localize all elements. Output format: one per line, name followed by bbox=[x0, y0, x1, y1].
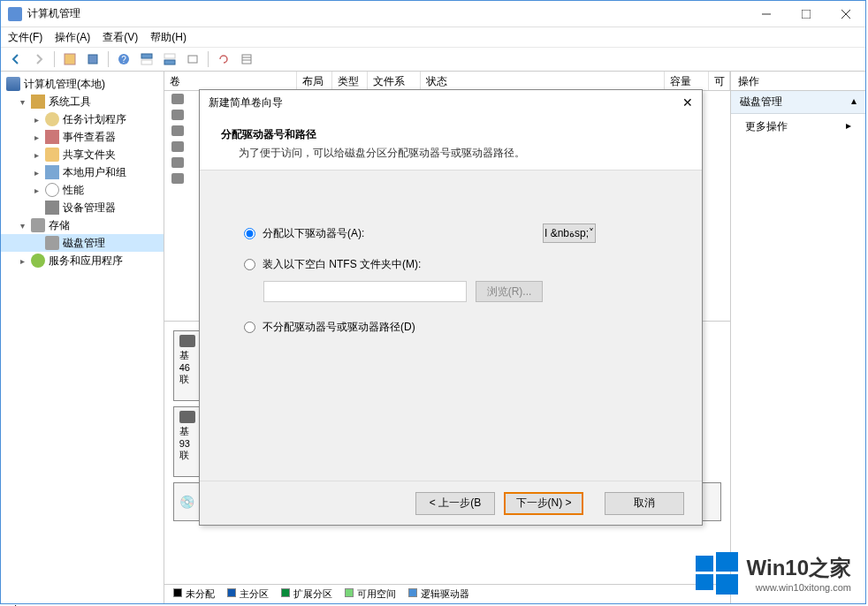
col-volume[interactable]: 卷 bbox=[164, 72, 297, 90]
device-icon bbox=[45, 201, 59, 215]
actions-header: 操作 bbox=[731, 72, 865, 91]
option-mount-row: 装入以下空白 NTFS 文件夹中(M): bbox=[244, 257, 658, 272]
dialog-subheading: 为了便于访问，可以给磁盘分区分配驱动器号或驱动器路径。 bbox=[221, 146, 681, 161]
radio-assign-letter[interactable] bbox=[244, 228, 255, 239]
volume-icon bbox=[171, 157, 184, 168]
properties-button[interactable] bbox=[83, 49, 103, 69]
col-type[interactable]: 类型 bbox=[332, 72, 368, 90]
dialog-close-button[interactable]: ✕ bbox=[682, 95, 693, 110]
mount-path-input bbox=[263, 281, 467, 302]
mount-path-row: 浏览(R)... bbox=[244, 281, 658, 302]
svg-rect-4 bbox=[65, 54, 75, 64]
actions-panel: 操作 磁盘管理▴ 更多操作▸ bbox=[731, 72, 865, 603]
tree-system-tools[interactable]: ▾系统工具 bbox=[1, 93, 164, 110]
tree-event-viewer[interactable]: ▸事件查看器 bbox=[1, 128, 164, 146]
toolbar-separator bbox=[208, 51, 209, 67]
tree-storage[interactable]: ▾存储 bbox=[1, 216, 164, 234]
drive-letter-select[interactable]: I &nbةsp;˅ bbox=[543, 223, 596, 243]
tree-services[interactable]: ▸服务和应用程序 bbox=[1, 252, 164, 269]
col-status[interactable]: 状态 bbox=[421, 72, 665, 90]
toolbar-separator bbox=[108, 51, 109, 67]
menu-view[interactable]: 查看(V) bbox=[103, 30, 138, 45]
expander-icon[interactable]: ▸ bbox=[34, 133, 45, 142]
tree-performance[interactable]: ▸性能 bbox=[1, 181, 164, 199]
minimize-button[interactable] bbox=[746, 1, 786, 27]
radio-no-assign[interactable] bbox=[244, 322, 255, 333]
gear-icon bbox=[31, 254, 45, 268]
volume-icon bbox=[171, 110, 184, 120]
storage-icon bbox=[31, 218, 45, 232]
tree-local-users[interactable]: ▸本地用户和组 bbox=[1, 163, 164, 181]
settings-button[interactable] bbox=[183, 49, 202, 69]
show-tree-button[interactable] bbox=[60, 49, 80, 69]
expander-icon[interactable]: ▾ bbox=[20, 97, 31, 107]
tree-task-scheduler[interactable]: ▸任务计划程序 bbox=[1, 110, 164, 128]
label-assign-letter[interactable]: 分配以下驱动器号(A): bbox=[263, 226, 364, 241]
watermark: Win10之家 www.win10xitong.com bbox=[696, 552, 851, 595]
svg-rect-10 bbox=[164, 54, 175, 58]
view-top-button[interactable] bbox=[137, 49, 156, 69]
close-button[interactable] bbox=[826, 1, 865, 27]
legend-unallocated: 未分配 bbox=[173, 587, 215, 601]
perf-icon bbox=[45, 183, 59, 197]
actions-more[interactable]: 更多操作▸ bbox=[731, 114, 865, 140]
tree-panel: 计算机管理(本地) ▾系统工具 ▸任务计划程序 ▸事件查看器 ▸共享文件夹 ▸本… bbox=[1, 72, 164, 603]
view-bottom-button[interactable] bbox=[160, 49, 179, 69]
back-button[interactable]: < 上一步(B bbox=[415, 492, 495, 515]
label-no-assign[interactable]: 不分配驱动器号或驱动器路径(D) bbox=[263, 320, 415, 335]
svg-rect-16 bbox=[696, 556, 713, 572]
column-headers: 卷 布局 类型 文件系统 状态 容量 可 bbox=[164, 72, 730, 91]
svg-rect-18 bbox=[696, 574, 713, 590]
folder-icon bbox=[45, 148, 59, 162]
titlebar: 计算机管理 bbox=[1, 1, 865, 27]
expander-icon[interactable]: ▸ bbox=[20, 256, 31, 266]
refresh-button[interactable] bbox=[214, 49, 233, 69]
col-fs[interactable]: 文件系统 bbox=[368, 72, 421, 90]
list-button[interactable] bbox=[237, 49, 256, 69]
next-button[interactable]: 下一步(N) > bbox=[504, 492, 583, 515]
dialog-buttons: < 上一步(B 下一步(N) > 取消 bbox=[200, 481, 702, 525]
menu-action[interactable]: 操作(A) bbox=[55, 30, 90, 45]
event-icon bbox=[45, 130, 59, 144]
help-button[interactable]: ? bbox=[114, 49, 133, 69]
svg-rect-12 bbox=[188, 56, 197, 63]
col-free[interactable]: 可 bbox=[709, 72, 730, 90]
tree-disk-management[interactable]: 磁盘管理 bbox=[1, 234, 164, 252]
menu-file[interactable]: 文件(F) bbox=[8, 30, 42, 45]
toolbar-separator bbox=[54, 51, 55, 67]
nav-back-button[interactable] bbox=[6, 49, 26, 69]
tree-shared-folders[interactable]: ▸共享文件夹 bbox=[1, 146, 164, 163]
expander-icon[interactable]: ▾ bbox=[20, 221, 31, 231]
tree-device-manager[interactable]: 设备管理器 bbox=[1, 199, 164, 216]
maximize-button[interactable] bbox=[786, 1, 826, 27]
expander-icon[interactable]: ▸ bbox=[34, 168, 45, 178]
radio-mount-folder[interactable] bbox=[244, 259, 255, 270]
nav-forward-button[interactable] bbox=[29, 49, 49, 69]
legend-extended: 扩展分区 bbox=[281, 587, 332, 601]
svg-rect-8 bbox=[141, 54, 152, 58]
chevron-right-icon: ▸ bbox=[846, 119, 851, 134]
option-assign-row: 分配以下驱动器号(A): I &nbةsp;˅ bbox=[244, 223, 658, 243]
expander-icon[interactable]: ▸ bbox=[34, 186, 45, 195]
windows-logo-icon bbox=[696, 552, 738, 595]
tree-root[interactable]: 计算机管理(本地) bbox=[1, 75, 164, 93]
legend-free: 可用空间 bbox=[345, 587, 396, 601]
wrench-icon bbox=[31, 95, 45, 109]
cancel-button[interactable]: 取消 bbox=[605, 492, 684, 515]
col-layout[interactable]: 布局 bbox=[297, 72, 332, 90]
label-mount-folder[interactable]: 装入以下空白 NTFS 文件夹中(M): bbox=[263, 257, 421, 272]
dialog-heading: 分配驱动器号和路径 bbox=[221, 127, 681, 142]
dialog-body: 分配以下驱动器号(A): I &nbةsp;˅ 装入以下空白 NTFS 文件夹中… bbox=[200, 170, 702, 481]
disk-icon bbox=[179, 335, 195, 347]
volume-icon bbox=[171, 94, 184, 104]
actions-section[interactable]: 磁盘管理▴ bbox=[731, 91, 865, 114]
menu-help[interactable]: 帮助(H) bbox=[150, 30, 187, 45]
menubar: 文件(F) 操作(A) 查看(V) 帮助(H) bbox=[1, 27, 865, 47]
volume-icon bbox=[171, 141, 184, 152]
expander-icon[interactable]: ▸ bbox=[34, 150, 45, 160]
clock-icon bbox=[45, 112, 59, 126]
svg-rect-9 bbox=[141, 60, 152, 64]
col-capacity[interactable]: 容量 bbox=[665, 72, 709, 90]
volume-icon bbox=[171, 173, 184, 184]
expander-icon[interactable]: ▸ bbox=[34, 115, 45, 125]
